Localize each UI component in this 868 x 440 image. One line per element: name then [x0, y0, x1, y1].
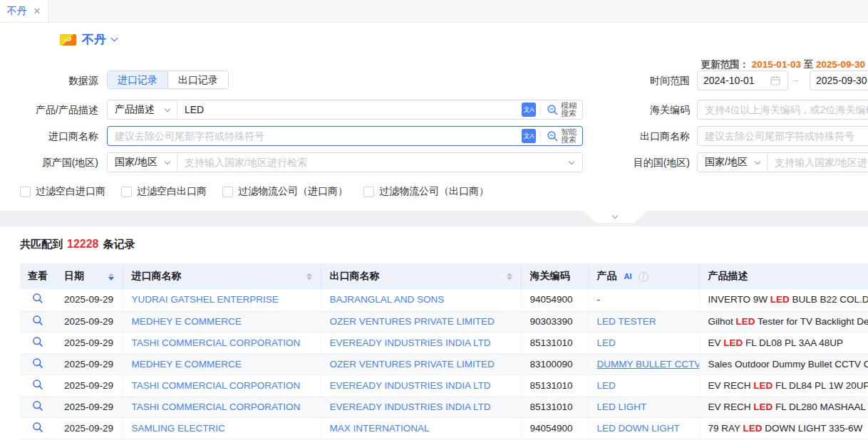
smart-search-label: 智能搜索: [561, 128, 577, 145]
chevron-down-icon: [612, 212, 618, 218]
cell-exporter[interactable]: EVEREADY INDUSTRIES INDIA LTD: [321, 332, 521, 353]
view-icon[interactable]: [32, 400, 43, 412]
importer-name-input[interactable]: [108, 127, 517, 145]
cell-product[interactable]: LED DOWN LIGHT: [588, 417, 699, 439]
cell-importer[interactable]: SAMLING ELECTRIC: [123, 417, 321, 439]
cell-exporter[interactable]: OZER VENTURES PRIVATE LIMITED: [321, 353, 521, 374]
importer-link[interactable]: TASHI COMMERCIAL CORPORATION: [132, 402, 301, 412]
import-records-tab[interactable]: 进口记录: [108, 71, 167, 88]
sort-icon[interactable]: [306, 273, 312, 281]
checkbox-icon[interactable]: [121, 187, 132, 197]
translate-icon[interactable]: 文A: [522, 129, 536, 143]
checkbox-label: 过滤空白进口商: [36, 185, 105, 198]
product-search-input[interactable]: [177, 100, 517, 119]
country-header[interactable]: 不丹: [60, 31, 117, 48]
cell-product[interactable]: LED LIGHT: [588, 396, 699, 417]
destination-country-select[interactable]: 国家/地区: [698, 153, 768, 172]
exporter-link[interactable]: EVEREADY INDUSTRIES INDIA LTD: [330, 380, 491, 391]
col-date[interactable]: 日期: [56, 263, 123, 289]
date-end-input[interactable]: [816, 75, 868, 86]
cell-exporter[interactable]: BAJRANGLAL AND SONS: [321, 289, 521, 310]
exporter-name-input[interactable]: [697, 126, 868, 146]
cell-importer[interactable]: TASHI COMMERCIAL CORPORATION: [123, 332, 321, 353]
view-record-button[interactable]: [20, 374, 56, 396]
view-icon[interactable]: [32, 357, 43, 369]
exporter-link[interactable]: OZER VENTURES PRIVATE LIMITED: [330, 316, 495, 327]
cell-importer[interactable]: MEDHEY E COMMERCE: [123, 353, 321, 374]
table-row: 2025-09-29YUDRAI GATSHEL ENTERPRISEBAJRA…: [20, 289, 868, 310]
exporter-link[interactable]: EVEREADY INDUSTRIES INDIA LTD: [330, 402, 491, 412]
view-icon[interactable]: [32, 336, 43, 347]
cell-importer[interactable]: TASHI COMMERCIAL CORPORATION: [123, 396, 321, 417]
cell-exporter[interactable]: EVEREADY INDUSTRIES INDIA LTD: [321, 374, 521, 396]
view-record-button[interactable]: [20, 396, 56, 417]
checkbox-filter-logistics-exporter[interactable]: 过滤物流公司（出口商）: [363, 185, 489, 198]
importer-link[interactable]: TASHI COMMERCIAL CORPORATION: [132, 337, 301, 348]
cell-product[interactable]: LED TESTER: [588, 310, 699, 332]
exporter-link[interactable]: EVEREADY INDUSTRIES INDIA LTD: [330, 337, 491, 348]
date-start-input[interactable]: [703, 75, 766, 86]
view-icon[interactable]: [32, 421, 43, 433]
view-record-button[interactable]: [20, 310, 56, 332]
exporter-link[interactable]: BAJRANGLAL AND SONS: [330, 294, 445, 305]
view-record-button[interactable]: [20, 417, 56, 439]
info-icon[interactable]: i: [639, 272, 649, 282]
checkbox-filter-blank-exporter[interactable]: 过滤空白出口商: [121, 185, 207, 198]
checkbox-icon[interactable]: [363, 187, 374, 197]
col-exporter[interactable]: 出口商名称: [321, 263, 521, 289]
product-link[interactable]: LED LIGHT: [597, 402, 647, 412]
checkbox-icon[interactable]: [222, 187, 233, 197]
importer-link[interactable]: TASHI COMMERCIAL CORPORATION: [132, 380, 301, 391]
view-record-button[interactable]: [20, 353, 56, 374]
importer-link[interactable]: MEDHEY E COMMERCE: [132, 316, 242, 327]
cell-product[interactable]: DUMMY BULLET CCTV...: [588, 353, 699, 374]
cell-product[interactable]: LED: [588, 332, 699, 353]
cell-importer[interactable]: TASHI COMMERCIAL CORPORATION: [123, 374, 321, 396]
sort-icon[interactable]: [108, 273, 114, 281]
collapse-panel-button[interactable]: [583, 211, 647, 223]
view-icon[interactable]: [32, 315, 43, 326]
checkbox-filter-logistics-importer[interactable]: 过滤物流公司（进口商）: [222, 185, 348, 198]
hs-code-input[interactable]: [697, 100, 868, 120]
cell-product[interactable]: LED: [588, 374, 699, 396]
product-link[interactable]: LED: [597, 380, 616, 391]
product-link[interactable]: DUMMY BULLET CCTV...: [597, 359, 700, 370]
product-link[interactable]: LED DOWN LIGHT: [597, 423, 680, 434]
destination-country-input[interactable]: [768, 153, 868, 172]
checkbox-icon[interactable]: [20, 187, 31, 197]
smart-search-button[interactable]: 智能搜索: [541, 128, 582, 145]
exporter-link[interactable]: MAX INTERNATIONAL: [330, 423, 430, 434]
close-icon[interactable]: ✕: [33, 6, 41, 16]
cell-exporter[interactable]: OZER VENTURES PRIVATE LIMITED: [321, 310, 521, 332]
col-importer[interactable]: 进口商名称: [123, 263, 321, 289]
exporter-link[interactable]: OZER VENTURES PRIVATE LIMITED: [330, 359, 495, 370]
product-link[interactable]: LED TESTER: [597, 316, 656, 327]
view-icon[interactable]: [32, 293, 43, 304]
cell-exporter[interactable]: EVEREADY INDUSTRIES INDIA LTD: [321, 396, 521, 417]
chevron-down-icon: [165, 158, 170, 164]
importer-link[interactable]: YUDRAI GATSHEL ENTERPRISE: [132, 294, 279, 305]
chevron-down-icon[interactable]: [111, 35, 118, 42]
cell-description: EV RECH LED FL DL84 PL 1W 20UP: [699, 374, 868, 396]
col-view: 查看: [20, 263, 56, 289]
view-record-button[interactable]: [20, 332, 56, 353]
origin-country-select[interactable]: 国家/地区: [108, 153, 177, 172]
translate-icon[interactable]: 文A: [522, 103, 536, 117]
view-record-button[interactable]: [20, 289, 56, 310]
date-end-field[interactable]: [810, 70, 868, 90]
origin-country-input[interactable]: [177, 153, 569, 172]
product-link[interactable]: LED: [597, 337, 616, 348]
product-type-select[interactable]: 产品描述: [108, 100, 177, 119]
fuzzy-search-button[interactable]: 模糊搜索: [541, 102, 582, 118]
date-start-field[interactable]: [697, 70, 788, 90]
cell-importer[interactable]: MEDHEY E COMMERCE: [123, 310, 321, 332]
tab-bhutan[interactable]: 不丹 ✕: [0, 0, 48, 22]
checkbox-filter-blank-importer[interactable]: 过滤空白进口商: [20, 185, 105, 198]
cell-importer[interactable]: YUDRAI GATSHEL ENTERPRISE: [123, 289, 321, 310]
cell-exporter[interactable]: MAX INTERNATIONAL: [321, 417, 521, 439]
sort-icon[interactable]: [507, 273, 512, 281]
view-icon[interactable]: [32, 379, 43, 390]
importer-link[interactable]: SAMLING ELECTRIC: [132, 423, 225, 434]
export-records-tab[interactable]: 出口记录: [167, 71, 228, 88]
importer-link[interactable]: MEDHEY E COMMERCE: [132, 359, 242, 370]
